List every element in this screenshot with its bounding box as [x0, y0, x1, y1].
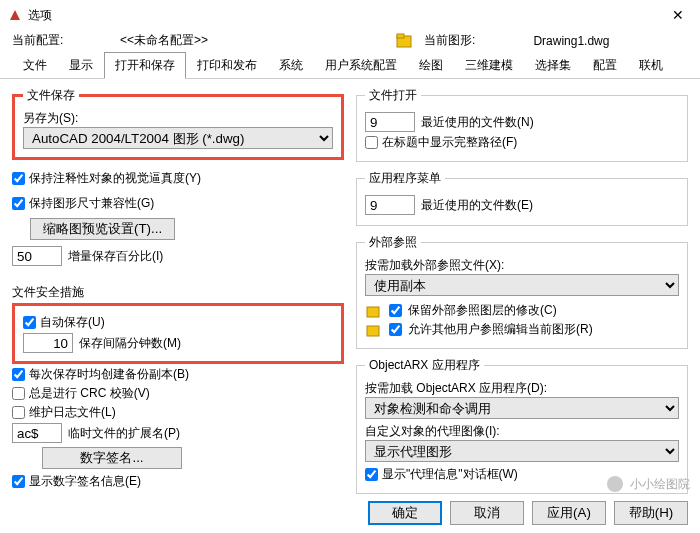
signature-button[interactable]: 数字签名...	[42, 447, 182, 469]
label-sig: 显示数字签名信息(E)	[29, 473, 141, 490]
tab-open-save[interactable]: 打开和保存	[104, 52, 186, 79]
wechat-icon	[606, 475, 624, 493]
profile-label: 当前配置:	[12, 32, 72, 49]
incr-save-label: 增量保存百分比(I)	[68, 248, 163, 265]
check-auto-save[interactable]	[23, 316, 36, 329]
tab-display[interactable]: 显示	[58, 52, 104, 79]
watermark: 小小绘图院	[606, 475, 690, 493]
drawing-small-icon-2	[365, 322, 383, 338]
legend-arx: ObjectARX 应用程序	[365, 357, 484, 374]
arx-load-label: 按需加载 ObjectARX 应用程序(D):	[365, 380, 679, 397]
interval-label: 保存间隔分钟数(M)	[79, 335, 181, 352]
legend-app-menu: 应用程序菜单	[365, 170, 445, 187]
proxy-select[interactable]: 显示代理图形	[365, 440, 679, 462]
xref-load-select[interactable]: 使用副本	[365, 274, 679, 296]
close-icon[interactable]: ✕	[664, 3, 692, 27]
drawing-label: 当前图形:	[424, 32, 475, 49]
menu-recent-label: 最近使用的文件数(E)	[421, 197, 533, 214]
label-allow-edit: 允许其他用户参照编辑当前图形(R)	[408, 321, 593, 338]
group-file-open: 文件打开 最近使用的文件数(N) 在标题中显示完整路径(F)	[356, 87, 688, 162]
label-crc: 总是进行 CRC 校验(V)	[29, 385, 150, 402]
label-keep-anno: 保持注释性对象的视觉逼真度(Y)	[29, 170, 201, 187]
save-as-select[interactable]: AutoCAD 2004/LT2004 图形 (*.dwg)	[23, 127, 333, 149]
legend-safety: 文件安全措施	[12, 284, 344, 301]
label-log: 维护日志文件(L)	[29, 404, 116, 421]
legend-file-open: 文件打开	[365, 87, 421, 104]
arx-load-select[interactable]: 对象检测和命令调用	[365, 397, 679, 419]
ok-button[interactable]: 确定	[368, 501, 442, 525]
xref-load-label: 按需加载外部参照文件(X):	[365, 257, 679, 274]
tab-system[interactable]: 系统	[268, 52, 314, 79]
legend-file-save: 文件保存	[23, 87, 79, 104]
label-backup: 每次保存时均创建备份副本(B)	[29, 366, 189, 383]
tab-user[interactable]: 用户系统配置	[314, 52, 408, 79]
app-icon	[8, 8, 22, 22]
label-keep-layers: 保留外部参照图层的修改(C)	[408, 302, 557, 319]
group-app-menu: 应用程序菜单 最近使用的文件数(E)	[356, 170, 688, 226]
cancel-button[interactable]: 取消	[450, 501, 524, 525]
label-keep-size: 保持图形尺寸兼容性(G)	[29, 195, 154, 212]
group-safety: 文件安全措施 自动保存(U) 保存间隔分钟数(M) 每次保存时均创建备份副本(B…	[12, 278, 344, 492]
label-full-path: 在标题中显示完整路径(F)	[382, 134, 517, 151]
tab-3d[interactable]: 三维建模	[454, 52, 524, 79]
proxy-label: 自定义对象的代理图像(I):	[365, 423, 679, 440]
check-full-path[interactable]	[365, 136, 378, 149]
profile-name: <<未命名配置>>	[120, 32, 208, 49]
check-keep-size[interactable]	[12, 197, 25, 210]
tab-profiles[interactable]: 配置	[582, 52, 628, 79]
interval-input[interactable]	[23, 333, 73, 353]
group-arx: ObjectARX 应用程序 按需加载 ObjectARX 应用程序(D): 对…	[356, 357, 688, 494]
tabs: 文件 显示 打开和保存 打印和发布 系统 用户系统配置 绘图 三维建模 选择集 …	[0, 51, 700, 79]
tab-plot[interactable]: 打印和发布	[186, 52, 268, 79]
tab-online[interactable]: 联机	[628, 52, 674, 79]
check-keep-anno[interactable]	[12, 172, 25, 185]
drawing-value: Drawing1.dwg	[533, 34, 609, 48]
drawing-small-icon	[365, 303, 383, 319]
check-keep-layers[interactable]	[389, 304, 402, 317]
legend-xref: 外部参照	[365, 234, 421, 251]
apply-button[interactable]: 应用(A)	[532, 501, 606, 525]
check-backup[interactable]	[12, 368, 25, 381]
svg-point-4	[607, 476, 623, 492]
svg-rect-2	[367, 307, 379, 317]
ext-label: 临时文件的扩展名(P)	[68, 425, 180, 442]
label-auto-save: 自动保存(U)	[40, 314, 105, 331]
window-title: 选项	[28, 7, 52, 24]
drawing-icon	[396, 33, 412, 49]
help-button[interactable]: 帮助(H)	[614, 501, 688, 525]
incr-save-input[interactable]	[12, 246, 62, 266]
ext-input[interactable]	[12, 423, 62, 443]
check-crc[interactable]	[12, 387, 25, 400]
tab-select[interactable]: 选择集	[524, 52, 582, 79]
group-file-save: 文件保存 另存为(S): AutoCAD 2004/LT2004 图形 (*.d…	[12, 87, 344, 160]
check-proxy-dialog[interactable]	[365, 468, 378, 481]
thumbnail-button[interactable]: 缩略图预览设置(T)...	[30, 218, 175, 240]
save-as-label: 另存为(S):	[23, 110, 333, 127]
tab-file[interactable]: 文件	[12, 52, 58, 79]
check-sig[interactable]	[12, 475, 25, 488]
svg-rect-3	[367, 326, 379, 336]
recent-files-label: 最近使用的文件数(N)	[421, 114, 534, 131]
group-xref: 外部参照 按需加载外部参照文件(X): 使用副本 保留外部参照图层的修改(C) …	[356, 234, 688, 349]
menu-recent-input[interactable]	[365, 195, 415, 215]
check-allow-edit[interactable]	[389, 323, 402, 336]
recent-files-input[interactable]	[365, 112, 415, 132]
svg-rect-1	[397, 34, 404, 38]
check-log[interactable]	[12, 406, 25, 419]
tab-draft[interactable]: 绘图	[408, 52, 454, 79]
label-proxy-dialog: 显示"代理信息"对话框(W)	[382, 466, 518, 483]
